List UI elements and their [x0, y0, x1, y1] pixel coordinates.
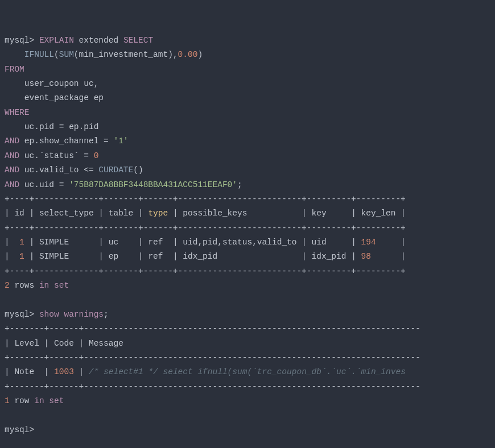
cmd-show-warnings: show warnings — [39, 310, 104, 319]
cond5-rhs: '75B87DA8BBF3448BBA431ACC511EEAF0' — [69, 180, 237, 189]
fn-curdate: CURDATE — [98, 165, 133, 175]
cond1-rhs: ep.pid — [69, 122, 98, 131]
explain-count: 2 — [5, 281, 10, 290]
warn-msg: /* select#1 */ select ifnull(sum(`trc_co… — [89, 367, 406, 376]
mysql-prompt: mysql> — [5, 36, 34, 45]
kw-where: WHERE — [5, 108, 30, 117]
warn-sep-top: +-------+------+------------------------… — [5, 324, 420, 333]
explain-sep-mid: +----+-------------+-------+------+-----… — [5, 223, 406, 233]
fn-sum: SUM — [59, 50, 74, 59]
warn-row-0: | Note | 1003 | /* select#1 */ select if… — [5, 367, 406, 376]
cond2-lhs: ep.show_channel — [24, 136, 99, 146]
col-min-investment-amt: min_investment_amt — [79, 50, 168, 59]
explain-row-1: | 1 | SIMPLE | ep | ref | idx_pid | idx_… — [5, 252, 406, 261]
explain-sep-bot: +----+-------------+-------+------+-----… — [5, 267, 406, 276]
warn-sep-mid: +-------+------+------------------------… — [5, 353, 420, 362]
warn-count: 1 — [5, 396, 10, 405]
mysql-prompt-2: mysql> — [5, 310, 34, 319]
fn-ifnull: IFNULL — [24, 50, 54, 59]
kw-in-2: in — [34, 396, 44, 405]
cond5-lhs: uc.uid — [24, 180, 54, 189]
kw-set-1: set — [54, 281, 69, 290]
explain-sep-top: +----+-------------+-------+------+-----… — [5, 194, 406, 204]
cond3-lhs: uc.`status` — [24, 151, 79, 160]
cond2-rhs: '1' — [113, 136, 128, 146]
warn-sep-bot: +-------+------+------------------------… — [5, 382, 420, 391]
tbl-event-package: event_package ep — [24, 93, 104, 102]
kw-and-3: AND — [5, 165, 19, 175]
cond4-lhs: uc.valid_to — [24, 165, 79, 175]
kw-from: FROM — [5, 65, 24, 74]
terminal-output: { "query": { "prompt": "mysql>", "explai… — [0, 0, 495, 448]
kw-extended: extended — [79, 36, 119, 45]
kw-and-2: AND — [5, 151, 19, 160]
kw-select: SELECT — [123, 36, 153, 45]
explain-row-0: | 1 | SIMPLE | uc | ref | uid,pid,status… — [5, 238, 406, 247]
tbl-user-coupon: user_coupon uc — [24, 79, 94, 88]
kw-in-1: in — [39, 281, 49, 290]
kw-set-2: set — [49, 396, 64, 405]
kw-and-4: AND — [5, 180, 19, 189]
explain-header: | id | select_type | table | type | poss… — [5, 209, 406, 218]
warn-header: | Level | Code | Message — [5, 339, 123, 348]
kw-and-1: AND — [5, 136, 19, 146]
lit-default: 0.00 — [178, 50, 198, 59]
mysql-prompt-3[interactable]: mysql> — [5, 425, 34, 434]
hdr-type: type — [148, 209, 168, 218]
cond1-lhs: uc.pid — [24, 122, 54, 131]
cond3-rhs: 0 — [94, 151, 99, 160]
kw-explain: EXPLAIN — [39, 36, 74, 45]
